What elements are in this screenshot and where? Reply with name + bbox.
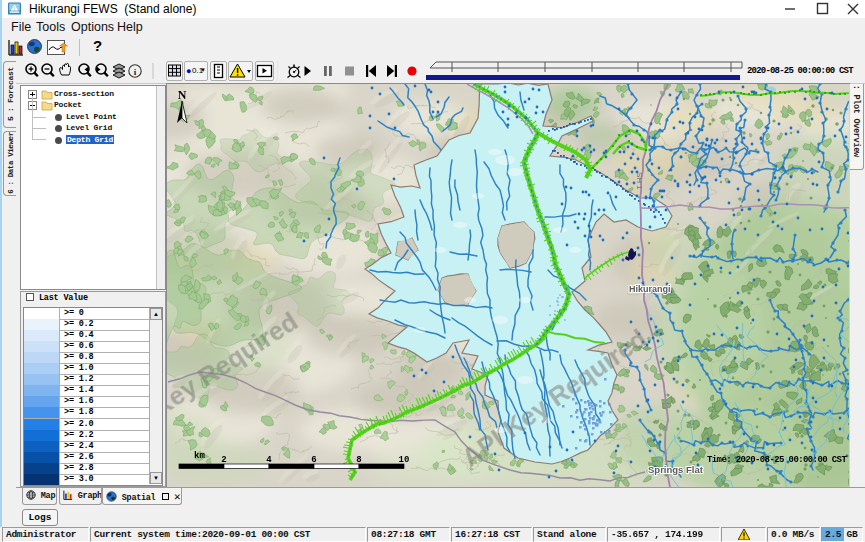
svg-text:N: N <box>178 88 187 102</box>
svg-text:8: 8 <box>356 455 361 465</box>
svg-text:Hikurangi: Hikurangi <box>629 284 671 294</box>
svg-text:4: 4 <box>266 455 272 465</box>
svg-text:6 : Data Viewer: 6 : Data Viewer <box>7 132 15 194</box>
svg-text:2: 2 <box>221 455 226 465</box>
svg-text:km: km <box>194 451 205 461</box>
svg-text:Time: 2020-08-25 00:00:00 CST: Time: 2020-08-25 00:00:00 CST <box>707 455 847 465</box>
svg-text:5 : Forecast: 5 : Forecast <box>6 66 15 121</box>
svg-text:i: i <box>134 67 137 77</box>
svg-text:3 : Plot Overview: 3 : Plot Overview <box>851 75 861 158</box>
svg-text:6: 6 <box>311 455 316 465</box>
svg-text:10: 10 <box>399 455 410 465</box>
svg-text:SH 1: SH 1 <box>635 172 644 190</box>
svg-text:Springs Flat: Springs Flat <box>648 464 704 475</box>
